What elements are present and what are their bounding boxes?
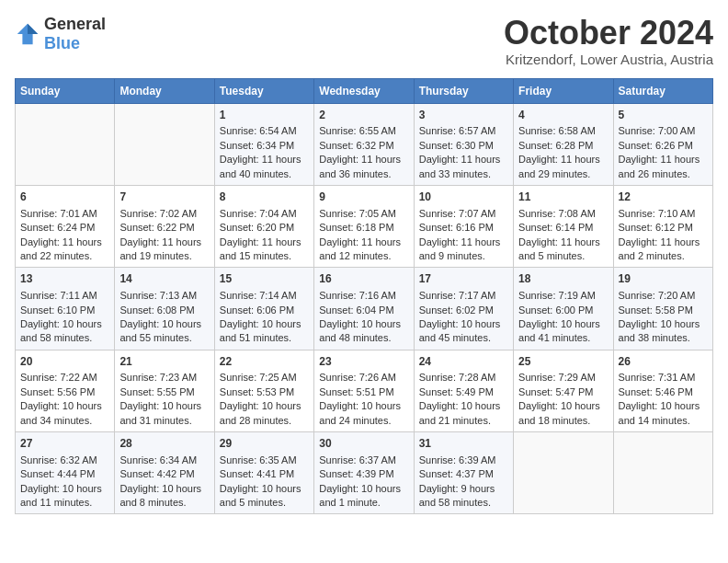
calendar-cell: 12Sunrise: 7:10 AMSunset: 6:12 PMDayligh… — [613, 185, 712, 267]
day-number: 1 — [220, 108, 309, 123]
day-number: 25 — [518, 354, 608, 370]
calendar-cell: 15Sunrise: 7:14 AMSunset: 6:06 PMDayligh… — [214, 268, 313, 350]
calendar-cell: 14Sunrise: 7:13 AMSunset: 6:08 PMDayligh… — [115, 268, 214, 350]
calendar-table: SundayMondayTuesdayWednesdayThursdayFrid… — [15, 78, 713, 515]
day-number: 10 — [419, 190, 508, 205]
calendar-cell: 11Sunrise: 7:08 AMSunset: 6:14 PMDayligh… — [514, 185, 613, 267]
day-content-line: Daylight: 11 hours and 29 minutes. — [518, 153, 608, 181]
day-content-line: Daylight: 10 hours and 41 minutes. — [518, 317, 608, 346]
day-content-line: Sunset: 5:55 PM — [119, 385, 209, 399]
day-content-line: Daylight: 10 hours and 8 minutes. — [119, 482, 209, 511]
day-number: 27 — [20, 436, 109, 452]
calendar-week-row: 1Sunrise: 6:54 AMSunset: 6:34 PMDaylight… — [16, 103, 713, 185]
day-content-line: Sunrise: 7:20 AM — [619, 289, 708, 303]
calendar-cell: 20Sunrise: 7:22 AMSunset: 5:56 PMDayligh… — [16, 350, 115, 431]
day-number: 29 — [220, 436, 309, 452]
calendar-cell: 29Sunrise: 6:35 AMSunset: 4:41 PMDayligh… — [214, 432, 313, 514]
day-content-line: Sunrise: 7:26 AM — [319, 371, 408, 385]
day-content-line: Sunset: 5:51 PM — [319, 385, 408, 399]
day-content-line: Sunset: 6:06 PM — [220, 304, 309, 317]
day-number: 4 — [518, 108, 608, 123]
calendar-cell: 8Sunrise: 7:04 AMSunset: 6:20 PMDaylight… — [214, 185, 313, 267]
day-content-line: Sunset: 5:47 PM — [518, 385, 608, 399]
day-content-line: Sunset: 6:14 PM — [518, 221, 608, 235]
calendar-cell: 4Sunrise: 6:58 AMSunset: 6:28 PMDaylight… — [514, 103, 613, 185]
day-content-line: Sunrise: 6:39 AM — [419, 454, 508, 467]
day-content-line: Sunset: 6:32 PM — [319, 139, 408, 153]
calendar-cell: 18Sunrise: 7:19 AMSunset: 6:00 PMDayligh… — [514, 268, 613, 350]
weekday-header-cell: Wednesday — [314, 78, 414, 103]
calendar-cell: 19Sunrise: 7:20 AMSunset: 5:58 PMDayligh… — [613, 268, 712, 350]
day-content-line: Sunset: 6:10 PM — [20, 304, 109, 317]
day-content-line: Sunrise: 7:13 AM — [119, 289, 209, 303]
day-content-line: Daylight: 11 hours and 40 minutes. — [220, 153, 309, 181]
day-number: 11 — [518, 190, 608, 205]
weekday-header-row: SundayMondayTuesdayWednesdayThursdayFrid… — [16, 78, 713, 103]
day-content-line: Sunset: 4:37 PM — [419, 467, 508, 481]
day-content-line: Daylight: 10 hours and 5 minutes. — [220, 482, 309, 511]
page-header: General Blue October 2024 Kritzendorf, L… — [15, 15, 713, 67]
calendar-cell — [16, 103, 115, 185]
weekday-header-cell: Friday — [514, 78, 613, 103]
logo-text-blue: Blue — [44, 34, 80, 52]
day-number: 6 — [20, 190, 109, 205]
day-content-line: Sunset: 5:56 PM — [20, 385, 109, 399]
day-content-line: Sunrise: 7:22 AM — [20, 371, 109, 385]
day-content-line: Sunrise: 7:10 AM — [619, 207, 708, 221]
day-number: 3 — [419, 108, 508, 123]
day-number: 15 — [220, 271, 309, 287]
day-content-line: Sunset: 4:41 PM — [220, 467, 309, 481]
day-content-line: Daylight: 10 hours and 14 minutes. — [619, 399, 708, 428]
day-number: 31 — [419, 436, 508, 452]
calendar-week-row: 13Sunrise: 7:11 AMSunset: 6:10 PMDayligh… — [16, 268, 713, 350]
calendar-cell: 9Sunrise: 7:05 AMSunset: 6:18 PMDaylight… — [314, 185, 414, 267]
day-content-line: Sunset: 6:16 PM — [419, 221, 508, 235]
day-content-line: Sunrise: 6:58 AM — [518, 124, 608, 138]
day-number: 8 — [220, 190, 309, 205]
day-content-line: Sunrise: 7:23 AM — [119, 371, 209, 385]
day-content-line: Sunset: 6:08 PM — [119, 304, 209, 317]
day-content-line: Sunrise: 6:37 AM — [319, 454, 408, 467]
calendar-cell: 13Sunrise: 7:11 AMSunset: 6:10 PMDayligh… — [16, 268, 115, 350]
day-content-line: Sunrise: 7:14 AM — [220, 289, 309, 303]
day-content-line: Daylight: 11 hours and 22 minutes. — [20, 236, 109, 264]
calendar-cell: 30Sunrise: 6:37 AMSunset: 4:39 PMDayligh… — [314, 432, 414, 514]
day-content-line: Sunrise: 7:00 AM — [619, 124, 708, 138]
calendar-cell: 31Sunrise: 6:39 AMSunset: 4:37 PMDayligh… — [414, 432, 513, 514]
day-content-line: Sunset: 6:22 PM — [119, 221, 209, 235]
day-content-line: Sunrise: 7:02 AM — [119, 207, 209, 221]
logo: General Blue — [15, 15, 106, 53]
day-content-line: Sunset: 6:26 PM — [619, 139, 708, 153]
day-number: 30 — [319, 436, 408, 452]
day-content-line: Daylight: 10 hours and 18 minutes. — [518, 399, 608, 428]
calendar-cell: 1Sunrise: 6:54 AMSunset: 6:34 PMDaylight… — [214, 103, 313, 185]
day-content-line: Daylight: 10 hours and 24 minutes. — [319, 399, 408, 428]
day-content-line: Sunset: 6:18 PM — [319, 221, 408, 235]
day-number: 12 — [619, 190, 708, 205]
day-content-line: Sunset: 6:28 PM — [518, 139, 608, 153]
logo-text-general: General — [44, 15, 106, 33]
calendar-cell: 22Sunrise: 7:25 AMSunset: 5:53 PMDayligh… — [214, 350, 313, 431]
day-content-line: Daylight: 10 hours and 55 minutes. — [119, 317, 209, 346]
day-content-line: Sunset: 4:39 PM — [319, 467, 408, 481]
day-content-line: Daylight: 11 hours and 15 minutes. — [220, 236, 309, 264]
day-content-line: Sunset: 6:24 PM — [20, 221, 109, 235]
day-content-line: Sunrise: 6:35 AM — [220, 454, 309, 467]
calendar-week-row: 20Sunrise: 7:22 AMSunset: 5:56 PMDayligh… — [16, 350, 713, 431]
calendar-cell: 16Sunrise: 7:16 AMSunset: 6:04 PMDayligh… — [314, 268, 414, 350]
day-content-line: Sunrise: 7:07 AM — [419, 207, 508, 221]
calendar-cell: 23Sunrise: 7:26 AMSunset: 5:51 PMDayligh… — [314, 350, 414, 431]
calendar-cell: 17Sunrise: 7:17 AMSunset: 6:02 PMDayligh… — [414, 268, 513, 350]
day-content-line: Daylight: 10 hours and 51 minutes. — [220, 317, 309, 346]
calendar-cell: 21Sunrise: 7:23 AMSunset: 5:55 PMDayligh… — [115, 350, 214, 431]
day-content-line: Daylight: 11 hours and 26 minutes. — [619, 153, 708, 181]
day-content-line: Sunrise: 7:01 AM — [20, 207, 109, 221]
day-content-line: Sunrise: 7:31 AM — [619, 371, 708, 385]
calendar-cell — [613, 432, 712, 514]
day-content-line: Sunset: 4:44 PM — [20, 467, 109, 481]
weekday-header-cell: Thursday — [414, 78, 513, 103]
day-content-line: Sunset: 5:58 PM — [619, 304, 708, 317]
calendar-cell: 10Sunrise: 7:07 AMSunset: 6:16 PMDayligh… — [414, 185, 513, 267]
calendar-cell: 6Sunrise: 7:01 AMSunset: 6:24 PMDaylight… — [16, 185, 115, 267]
day-content-line: Sunrise: 6:32 AM — [20, 454, 109, 467]
